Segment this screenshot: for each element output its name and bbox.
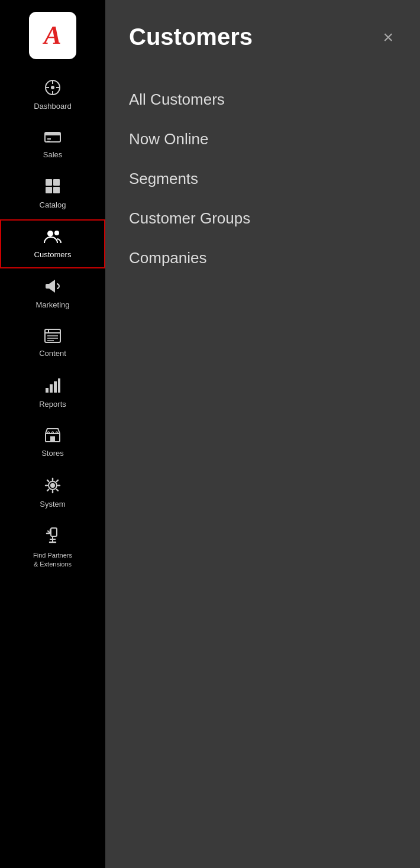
close-button[interactable]: ×	[380, 25, 396, 49]
marketing-icon	[44, 278, 61, 297]
sidebar-item-customers[interactable]: Customers	[0, 219, 105, 269]
svg-rect-11	[53, 179, 60, 186]
menu-item-segments[interactable]: Segments	[129, 159, 396, 199]
panel-title: Customers	[129, 24, 253, 50]
sidebar-item-content-label: Content	[39, 349, 66, 358]
sidebar-item-marketing-label: Marketing	[35, 300, 69, 310]
menu-item-companies[interactable]: Companies	[129, 238, 396, 278]
sidebar-item-system[interactable]: System	[0, 468, 105, 519]
svg-rect-32	[51, 528, 57, 536]
svg-rect-22	[46, 388, 49, 393]
customers-menu: All Customers Now Online Segments Custom…	[129, 80, 396, 278]
menu-item-all-customers[interactable]: All Customers	[129, 80, 396, 119]
svg-point-14	[47, 231, 53, 237]
content-icon	[44, 329, 61, 345]
sidebar-item-system-label: System	[40, 500, 65, 509]
dashboard-icon	[44, 79, 61, 98]
logo[interactable]: A	[29, 12, 76, 59]
svg-point-30	[50, 483, 55, 488]
sidebar-item-reports-label: Reports	[39, 400, 66, 409]
sidebar-item-stores-label: Stores	[41, 449, 64, 458]
sidebar-item-dashboard[interactable]: Dashboard	[0, 70, 105, 121]
sidebar-item-catalog[interactable]: Catalog	[0, 169, 105, 219]
panel-header: Customers ×	[129, 24, 396, 50]
reports-icon	[44, 377, 61, 396]
sidebar-item-partners-label: Find Partners& Extensions	[33, 551, 72, 568]
svg-rect-13	[53, 187, 60, 193]
companies-link[interactable]: Companies	[129, 249, 207, 267]
svg-point-15	[54, 231, 59, 235]
sidebar-item-reports[interactable]: Reports	[0, 368, 105, 419]
customer-groups-link[interactable]: Customer Groups	[129, 209, 250, 227]
svg-rect-25	[58, 378, 60, 393]
sidebar-item-sales[interactable]: Sales	[0, 121, 105, 169]
sidebar-item-stores[interactable]: Stores	[0, 418, 105, 468]
now-online-link[interactable]: Now Online	[129, 130, 208, 148]
menu-item-now-online[interactable]: Now Online	[129, 119, 396, 159]
svg-rect-12	[46, 187, 52, 193]
stores-icon	[44, 427, 61, 445]
all-customers-link[interactable]: All Customers	[129, 90, 225, 108]
sidebar-item-partners[interactable]: Find Partners& Extensions	[0, 518, 105, 578]
customers-icon	[44, 229, 62, 247]
menu-item-customer-groups[interactable]: Customer Groups	[129, 199, 396, 238]
sidebar-item-catalog-label: Catalog	[40, 200, 66, 210]
logo-icon: A	[44, 22, 61, 48]
sidebar-item-marketing[interactable]: Marketing	[0, 268, 105, 319]
svg-rect-7	[45, 132, 60, 135]
sidebar-item-customers-label: Customers	[34, 250, 72, 260]
sales-icon	[44, 130, 61, 147]
svg-rect-24	[54, 381, 57, 393]
sidebar-item-dashboard-label: Dashboard	[34, 102, 72, 111]
sidebar: A Dashboard Sales	[0, 0, 105, 868]
partners-icon	[44, 527, 61, 548]
segments-link[interactable]: Segments	[129, 170, 198, 187]
customers-panel: Customers × All Customers Now Online Seg…	[105, 0, 420, 868]
svg-rect-28	[50, 436, 55, 442]
svg-point-1	[51, 86, 54, 89]
system-icon	[44, 477, 61, 496]
sidebar-item-content[interactable]: Content	[0, 319, 105, 368]
catalog-icon	[44, 178, 61, 197]
svg-rect-10	[46, 179, 52, 186]
sidebar-item-sales-label: Sales	[43, 150, 63, 160]
svg-rect-23	[50, 384, 53, 393]
